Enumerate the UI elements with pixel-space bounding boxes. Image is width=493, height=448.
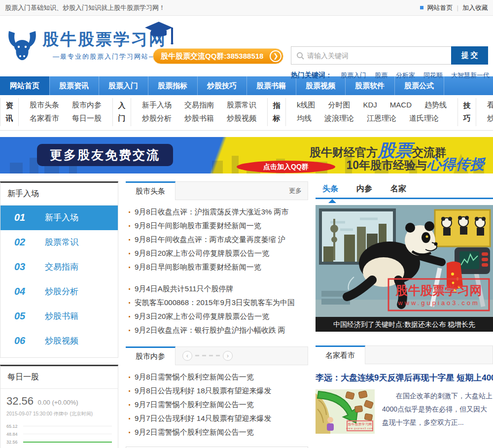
featured-news-caption[interactable]: 中国经济到了关键时点:数据还未公布 稳增长先 bbox=[316, 317, 493, 332]
nav-item[interactable]: 股票入门 bbox=[99, 76, 148, 95]
nav-item[interactable]: 炒股技巧 bbox=[197, 76, 246, 95]
hot-keyword-link[interactable]: 大智慧新一代 bbox=[451, 71, 490, 80]
right-tab[interactable]: 内参 bbox=[356, 181, 372, 198]
subnav-group-label: 指标 bbox=[267, 98, 286, 126]
search-submit-button[interactable]: 提 交 bbox=[451, 46, 488, 65]
sub-nav: 资讯 股市头条股市内参 名家看市每日一股 入门 新手入场交易指南股票常识 炒股分… bbox=[0, 95, 493, 131]
bullet-icon bbox=[129, 377, 130, 378]
news-item[interactable]: 安凯客车000868：2015年9月3日安凯客车为中国 bbox=[127, 296, 307, 310]
news-item[interactable]: 9月8日午间影响股市重要财经新闻一览 bbox=[127, 219, 307, 233]
nav-item[interactable]: 网站首页 bbox=[0, 76, 49, 95]
subnav-group-indicator: 指标 k线图分时图KDJMACD趋势线 均线波浪理论江恩理论道氏理论 bbox=[267, 98, 458, 126]
featured-news-image[interactable]: 股牛股票学习网 www.gupiao3.com 中国经济到了关键时点:数据还未公… bbox=[316, 205, 493, 332]
search-input[interactable] bbox=[307, 47, 451, 64]
news-item[interactable]: 9月2日收盘点评：银行股护盘沪指小幅收跌 两 bbox=[127, 324, 307, 338]
sidebar-menu-item[interactable]: 02 股票常识 bbox=[0, 230, 118, 255]
subnav-group-news: 资讯 股市头条股市内参 名家看市每日一股 bbox=[0, 98, 112, 126]
news-item[interactable]: 9月3日20家上市公司停复牌股票公告一览 bbox=[127, 310, 307, 324]
tab-headlines[interactable]: 股市头条 bbox=[126, 181, 176, 200]
news-item[interactable]: 9月4日A股共计511只个股停牌 bbox=[127, 282, 307, 296]
news-item[interactable]: 9月8日早间影响股市重要财经新闻一览 bbox=[127, 261, 307, 275]
bullet-icon bbox=[129, 239, 130, 241]
subnav-link[interactable]: KDJ bbox=[363, 101, 377, 110]
subnav-link[interactable]: 炒股书籍 bbox=[184, 114, 214, 123]
hot-keywords-label: 热门关键词： bbox=[291, 71, 332, 80]
subnav-link[interactable]: 股市头条 bbox=[30, 101, 59, 110]
subnav-link[interactable]: 炒股经验 bbox=[487, 114, 493, 123]
hot-keyword-link[interactable]: 同花顺 bbox=[423, 71, 443, 80]
news-item[interactable]: 9月8日收盘点评：沪指震荡反弹大涨近3% 两市 bbox=[127, 206, 307, 219]
tab-insider[interactable]: 股市内参 bbox=[126, 346, 176, 365]
nav-item[interactable]: 股票指标 bbox=[148, 76, 197, 95]
subnav-link[interactable]: 炒股视频 bbox=[227, 114, 256, 123]
expert-article-title[interactable]: 李远：大盘连续9天反弹后再现十字星 短期上4000 bbox=[316, 364, 493, 387]
active-tab-pointer-icon bbox=[328, 199, 336, 203]
subnav-link[interactable]: 江恩理论 bbox=[367, 114, 396, 123]
right-tab[interactable]: 名家 bbox=[390, 181, 406, 198]
sidebar-item-number: 06 bbox=[14, 335, 45, 346]
stock-timestamp: 2015-09-07 15:30:00 停牌中 (北京时间) bbox=[6, 411, 112, 417]
subnav-link[interactable]: 趋势线 bbox=[424, 101, 447, 110]
site-logo[interactable]: 股牛股票学习网 —最专业的股票入门学习网站— bbox=[6, 29, 167, 61]
subnav-link[interactable]: 名家看市 bbox=[30, 114, 59, 123]
news-item[interactable]: 9月7日需警惕个股利空新闻公告一览 bbox=[127, 398, 307, 412]
hot-keyword-link[interactable]: 股票 bbox=[375, 71, 387, 80]
expert-article-thumbnail[interactable]: 股牛股票学习网 www.gupiao3.com bbox=[316, 389, 375, 434]
subnav-link[interactable]: k线图 bbox=[297, 101, 316, 110]
subnav-link[interactable]: 道氏理论 bbox=[409, 114, 439, 123]
site-header: 股牛股票学习网 —最专业的股票入门学习网站— 股牛股票交流QQ群:3853885… bbox=[0, 16, 493, 76]
beginner-menu-box: 新手入场 01 新手入场 02 股票常识 03 交易指南 bbox=[0, 181, 118, 358]
subnav-link[interactable]: 炒股分析 bbox=[142, 114, 172, 123]
chart-tick-label: 48.84 bbox=[6, 432, 23, 437]
news-item[interactable]: 9月8日需警惕个股利空新闻公告一览 bbox=[127, 371, 307, 384]
banner-join-qq-button[interactable]: 点击加入QQ群 bbox=[237, 161, 335, 173]
carousel-dot[interactable] bbox=[202, 355, 206, 356]
subnav-link[interactable]: 交易指南 bbox=[184, 101, 214, 110]
carousel-dot[interactable] bbox=[209, 355, 213, 356]
sidebar-menu-item[interactable]: 06 炒股视频 bbox=[0, 329, 118, 353]
sidebar-menu-item[interactable]: 04 炒股分析 bbox=[0, 279, 118, 304]
sidebar-item-label: 炒股分析 bbox=[45, 286, 78, 297]
right-tab[interactable]: 头条 bbox=[322, 181, 338, 198]
sidebar-item-number: 05 bbox=[14, 310, 45, 322]
subnav-link[interactable]: 股票常识 bbox=[227, 101, 256, 110]
nav-item[interactable]: 股票书籍 bbox=[246, 76, 296, 95]
news-item[interactable]: 9月2日需警惕个股利空新闻公告一览 bbox=[127, 426, 307, 440]
sidebar-item-number: 01 bbox=[14, 212, 45, 223]
subnav-link[interactable]: 看盘技巧 bbox=[487, 101, 493, 110]
sidebar-menu-item[interactable]: 03 交易指南 bbox=[0, 255, 118, 279]
subnav-link[interactable]: 波浪理论 bbox=[324, 114, 354, 123]
topbar-favorite-link[interactable]: 加入收藏 bbox=[462, 3, 488, 12]
sidebar-menu-item[interactable]: 01 新手入场 bbox=[0, 206, 118, 230]
carousel-prev-icon[interactable]: ‹ bbox=[182, 351, 192, 361]
banner-headline-2: 10年股市经验与心得传授 bbox=[346, 155, 484, 173]
insider-box: 股市内参 ‹ › 9月8日需警惕个股利空新闻公告一览9月8日公告现利好 18只股… bbox=[126, 346, 308, 443]
topbar-home-link[interactable]: 网站首页 bbox=[427, 3, 453, 12]
bullet-icon bbox=[129, 316, 130, 317]
subnav-link[interactable]: 股市内参 bbox=[72, 101, 102, 110]
subnav-link[interactable]: MACD bbox=[390, 101, 412, 110]
subnav-link[interactable]: 新手入场 bbox=[142, 101, 172, 110]
news-item[interactable]: 9月7日公告现利好 14只股票有望迎来爆发 bbox=[127, 412, 307, 426]
carousel-dot[interactable] bbox=[195, 355, 199, 356]
hot-keyword-link[interactable]: 股票入门 bbox=[341, 71, 366, 80]
sidebar-item-label: 股票常识 bbox=[45, 237, 78, 248]
sidebar-menu-item[interactable]: 05 炒股书籍 bbox=[0, 304, 118, 329]
hot-keyword-link[interactable]: 分析家 bbox=[396, 71, 415, 80]
tab-expert-view[interactable]: 名家看市 bbox=[316, 345, 365, 364]
news-item[interactable]: 9月8日公告现利好 18只股票有望迎来爆发 bbox=[127, 384, 307, 398]
carousel-next-icon[interactable]: › bbox=[223, 351, 233, 361]
subnav-link[interactable]: 均线 bbox=[297, 114, 312, 123]
qq-group-badge-label: 股牛股票交流QQ群:385388518 bbox=[161, 52, 263, 60]
news-item[interactable]: 9月8日20家上市公司停复牌股票公告一览 bbox=[127, 247, 307, 261]
more-link[interactable]: 更多 bbox=[289, 186, 308, 195]
bullet-icon bbox=[129, 288, 130, 290]
nav-item[interactable]: 股票资讯 bbox=[49, 76, 99, 95]
qq-group-badge[interactable]: 股牛股票交流QQ群:385388518 ❯ bbox=[153, 48, 283, 64]
svg-text:www.gupiao3.com: www.gupiao3.com bbox=[397, 299, 480, 307]
carousel-dot[interactable] bbox=[216, 355, 220, 356]
news-item[interactable]: 9月8日午间收盘点评：两市成交量再度萎缩 沪 bbox=[127, 233, 307, 247]
qq-group-banner[interactable]: 更多股友免费交流 点击加入QQ群 股牛财经官方股票交流群 10年股市经验与心得传… bbox=[0, 137, 493, 173]
subnav-link[interactable]: 每日一股 bbox=[72, 114, 102, 123]
subnav-link[interactable]: 分时图 bbox=[328, 101, 351, 110]
